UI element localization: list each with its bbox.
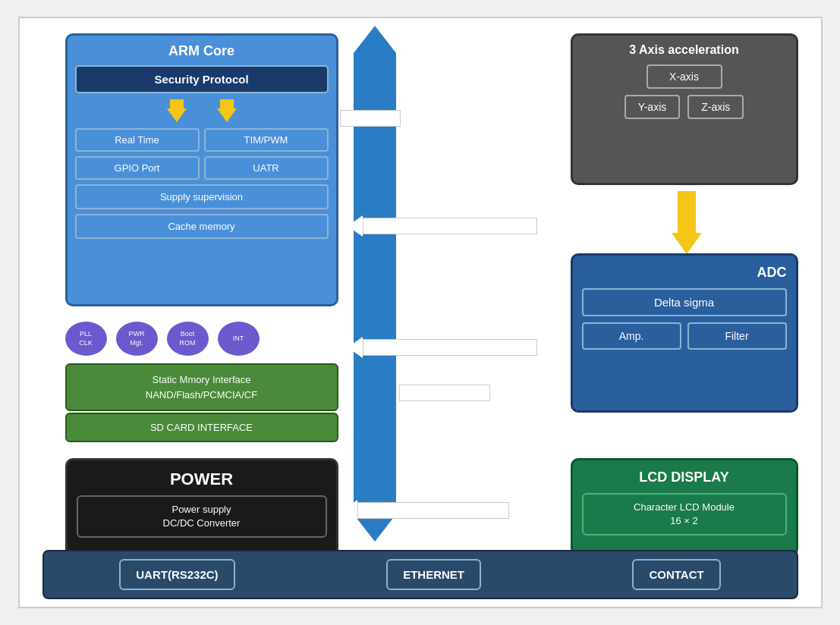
amp-cell: Amp. (582, 322, 681, 350)
security-protocol-label: Security Protocol (75, 65, 329, 93)
sd-card-box: SD CARD INTERFACE (65, 413, 338, 442)
x-axis-cell: X-axis (647, 64, 722, 89)
chip-pll-clk: PLL CLK (65, 322, 107, 356)
yellow-shaft (678, 191, 696, 233)
arrow-head-left (348, 337, 363, 358)
arm-core-box: ARM Core Security Protocol Real Time TIM… (65, 33, 338, 306)
chip-boot-rom: Boot ROM (167, 322, 209, 356)
arrow-shaft (340, 110, 401, 127)
lcd-title: LCD DISPLAY (582, 470, 787, 485)
uatr-cell: UATR (204, 156, 329, 180)
arrow-shaft (357, 502, 509, 519)
bottom-bar: UART(RS232C) ETHERNET CONTACT (42, 550, 798, 599)
arrow-head-right (509, 500, 524, 521)
contact-item: CONTACT (632, 559, 720, 590)
ethernet-item: ETHERNET (386, 559, 481, 590)
filter-cell: Filter (687, 322, 787, 350)
main-diagram: ARM Core Security Protocol Real Time TIM… (18, 17, 823, 608)
arrow-shaft (399, 385, 490, 401)
arrow-head (490, 382, 505, 404)
z-axis-cell: Z-axis (687, 95, 744, 119)
chips-row: PLL CLK PWR Mgt. Boot ROM INT (65, 322, 260, 356)
power-box: POWER Power supply DC/DC Converter (65, 458, 338, 557)
arrow-adc-to-left (340, 337, 537, 358)
gpio-port-cell: GPIO Port (75, 156, 200, 180)
delta-sigma-cell: Delta sigma (582, 288, 787, 316)
yellow-arrow-1 (167, 99, 187, 122)
power-supply-cell: Power supply DC/DC Converter (77, 495, 327, 538)
arrow-head (401, 108, 416, 129)
yellow-large-arrow (672, 191, 702, 254)
yellow-head (672, 233, 702, 254)
blue-up-head (354, 26, 396, 53)
supply-supervision-cell: Supply supervision (75, 184, 329, 209)
tim-pwm-cell: TIM/PWM (204, 128, 329, 152)
arrow-shaft (363, 339, 537, 356)
y-axis-cell: Y-axis (624, 95, 681, 119)
yellow-arrows (75, 99, 329, 122)
arrow-head-left (342, 500, 357, 521)
yellow-arrow-2 (217, 99, 237, 122)
lcd-module-cell: Character LCD Module 16 × 2 (582, 493, 787, 535)
axis-box: 3 Axis acceleration X-axis Y-axis Z-axis (571, 33, 798, 185)
power-title: POWER (77, 470, 327, 489)
arrow-right-to-arm-mid (340, 215, 537, 237)
arrow-right-to-memory (399, 382, 505, 404)
chip-int: INT (218, 322, 260, 356)
axis-title: 3 Axis acceleration (580, 43, 788, 57)
static-memory-box: Static Mmory Interface NAND/Flash/PCMCIA… (65, 363, 338, 411)
arrow-head-left (348, 215, 363, 237)
arm-core-title: ARM Core (75, 43, 329, 59)
adc-grid: Amp. Filter (582, 322, 787, 350)
adc-box: ADC Delta sigma Amp. Filter (571, 253, 798, 413)
real-time-cell: Real Time (75, 128, 200, 152)
adc-title: ADC (582, 265, 787, 281)
arrow-shaft (363, 218, 537, 234)
uart-item: UART(RS232C) (119, 559, 234, 590)
lcd-box: LCD DISPLAY Character LCD Module 16 × 2 (571, 458, 798, 557)
axis-yz-row: Y-axis Z-axis (580, 95, 788, 119)
arrow-arm-to-right-top (340, 108, 416, 129)
blue-vertical-arrow (354, 26, 396, 542)
arm-grid: Real Time TIM/PWM GPIO Port UATR (75, 128, 329, 180)
arrow-power-lcd (342, 500, 524, 521)
chip-pwr-mgt: PWR Mgt. (116, 322, 158, 356)
cache-memory-cell: Cache memory (75, 214, 329, 239)
